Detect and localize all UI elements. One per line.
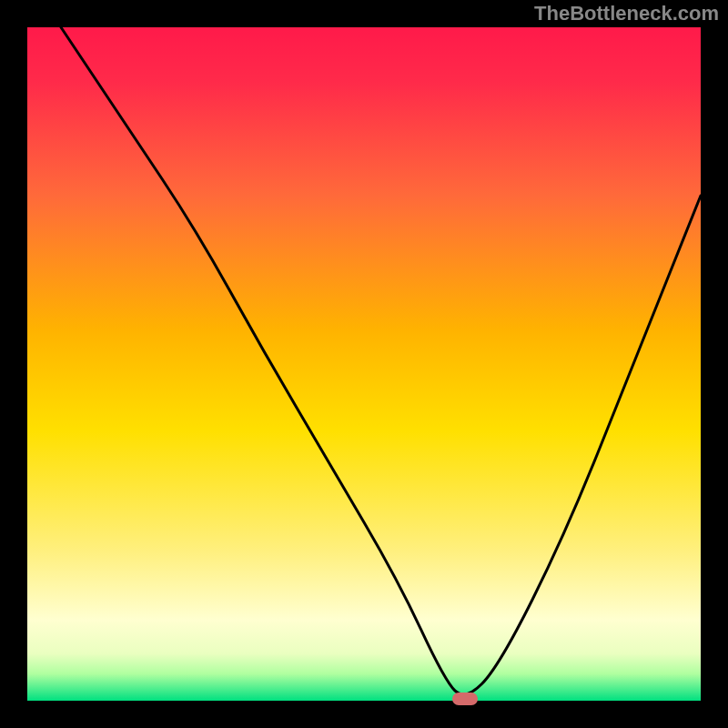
bottleneck-chart bbox=[0, 0, 728, 728]
watermark-text: TheBottleneck.com bbox=[534, 2, 719, 25]
chart-container: TheBottleneck.com bbox=[0, 0, 728, 728]
optimum-marker bbox=[452, 693, 478, 705]
